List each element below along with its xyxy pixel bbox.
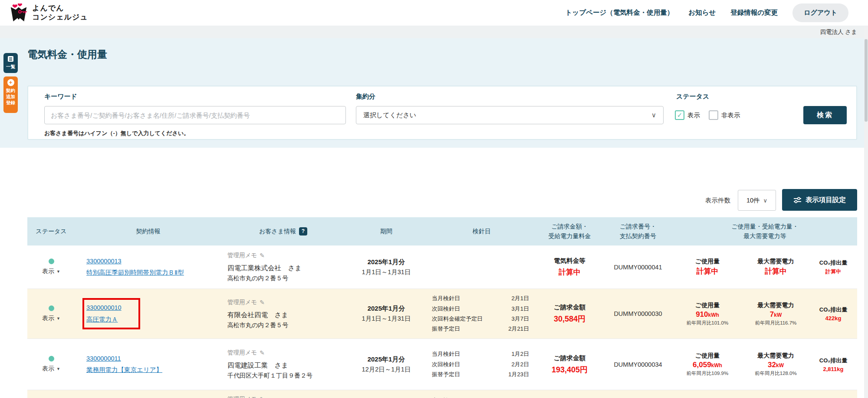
contract-plan-link[interactable]: 高圧電力Ａ	[86, 315, 118, 325]
keyword-input[interactable]	[44, 106, 346, 124]
status-toggle[interactable]: 表示 ▼	[42, 315, 60, 322]
contract-number-link[interactable]: 3300000011	[86, 354, 121, 364]
sidebar-add-contract-button[interactable]: + 契約 追加 登録	[3, 76, 18, 113]
usage-value: 910kWh	[696, 310, 719, 319]
co2-title: CO₂排出量	[819, 259, 847, 267]
contract-number-link[interactable]: 3300000013	[86, 256, 122, 266]
memo-row: 管理用メモ ✎	[227, 298, 265, 306]
edit-memo-icon[interactable]: ✎	[260, 349, 265, 356]
demand-value: 計算中	[765, 266, 787, 276]
period-range: 12月2日～1月1日	[362, 365, 411, 374]
amount-value: 193,405円	[552, 365, 588, 375]
status-toggle[interactable]: 表示 ▼	[42, 365, 60, 373]
caret-down-icon: ▼	[56, 316, 60, 321]
plus-icon: +	[7, 79, 14, 86]
checkbox-show[interactable]: ✓ 表示	[675, 110, 700, 120]
billing-table: ステータス 契約情報 お客さま情報 ? 期間 検針日 ご請求金額・受給電力量料金…	[27, 217, 857, 398]
demand-yoy: 前年同月比128.0%	[755, 370, 797, 377]
nav-notices[interactable]: お知らせ	[688, 8, 716, 17]
invoice-number: DUMMY0000030	[614, 310, 662, 317]
brand[interactable]: よんでん コンシェルジュ	[9, 3, 88, 23]
scrollbar-thumb[interactable]	[865, 39, 868, 122]
table-row: 表示 ▼ 3300000013 特別高圧季節別時間帯別電力ＢⅡ型 管理用メモ ✎…	[27, 245, 857, 289]
usage-title: ご使用量	[695, 258, 720, 265]
col-header-meter-date: 検針日	[427, 217, 536, 245]
contract-number-link[interactable]: 3300000010	[86, 303, 122, 313]
period-month: 2025年1月分	[368, 258, 405, 266]
contract-plan-link[interactable]: 業務用電力【東京エリア】	[86, 365, 162, 375]
usage-value: 6,059kWh	[693, 361, 722, 369]
usage-yoy: 前年同月比101.0%	[687, 320, 729, 326]
table-row: 管理用メモ ✎ 当月検針日1月2日	[27, 390, 857, 398]
customer-address: 千代田区大手町１丁目９番２号	[227, 372, 312, 380]
chevron-down-icon: ∨	[763, 197, 768, 204]
memo-row: 管理用メモ ✎	[227, 349, 265, 357]
amount-value: 計算中	[559, 267, 581, 277]
demand-title: 最大需要電力	[758, 352, 794, 360]
co2-title: CO₂排出量	[819, 306, 847, 314]
period-range: 1月1日～1月31日	[362, 268, 411, 276]
co2-value: 2,811kg	[823, 366, 844, 372]
group-select[interactable]: 選択してください ∨	[356, 106, 664, 124]
user-name: 四電法人 さま	[820, 28, 857, 36]
invoice-number: DUMMY0000034	[614, 361, 662, 368]
display-settings-button[interactable]: 表示項目設定	[782, 189, 857, 211]
sidebar-list-button[interactable]: 一覧	[3, 53, 18, 73]
customer-name: 有限会社四電 さま	[227, 311, 288, 320]
nav-top-page[interactable]: トップページ（電気料金・使用量）	[565, 8, 674, 17]
logout-button[interactable]: ログアウト	[792, 3, 848, 22]
usage-title: ご使用量	[695, 352, 720, 360]
brand-name: よんでん コンシェルジュ	[32, 4, 88, 22]
status-checkboxes: ✓ 表示 非表示	[675, 110, 740, 120]
col-header-status: ステータス	[27, 217, 75, 245]
demand-value: 7kW	[770, 310, 782, 319]
keyword-note: お客さま番号はハイフン（-）無しで入力してください。	[44, 129, 189, 137]
col-header-usage: ご使用量・受給電力量・最大需要電力等	[673, 217, 857, 245]
user-band: 四電法人 さま	[0, 26, 868, 38]
checkbox-checked-icon: ✓	[675, 110, 684, 120]
table-header-row: ステータス 契約情報 お客さま情報 ? 期間 検針日 ご請求金額・受給電力量料金…	[27, 217, 857, 245]
caret-down-icon: ▼	[56, 367, 60, 371]
page-title: 電気料金・使用量	[27, 48, 107, 61]
top-bar: よんでん コンシェルジュ トップページ（電気料金・使用量） お知らせ 登録情報の…	[0, 0, 868, 26]
amount-title: 電気料金等	[554, 257, 585, 265]
co2-value: 422kg	[825, 315, 842, 322]
meter-dates	[427, 245, 536, 289]
edit-memo-icon[interactable]: ✎	[260, 252, 265, 259]
customer-address: 高松市丸の内２番５号	[227, 275, 288, 282]
list-icon	[7, 56, 14, 62]
col-header-invoice: ご請求番号・支払契約番号	[603, 217, 673, 245]
co2-value: 計算中	[825, 268, 841, 275]
checkbox-unchecked-icon	[709, 110, 718, 120]
co2-title: CO₂排出量	[819, 357, 847, 365]
table-row: 表示 ▼ 3300000011 業務用電力【東京エリア】 管理用メモ ✎ 四電建…	[27, 339, 857, 390]
meter-dates: 当月検針日1月2日 次回検針日2月2日 振替予定日1月23日	[427, 339, 536, 390]
status-toggle[interactable]: 表示 ▼	[42, 268, 60, 275]
status-dot	[49, 356, 54, 362]
col-header-amount: ご請求金額・受給電力量料金	[536, 217, 603, 245]
nav-account-settings[interactable]: 登録情報の変更	[730, 8, 778, 17]
amount-title: ご請求金額	[554, 303, 585, 312]
edit-memo-icon[interactable]: ✎	[260, 396, 265, 398]
contract-plan-link[interactable]: 特別高圧季節別時間帯別電力ＢⅡ型	[86, 268, 184, 278]
period-month: 2025年1月分	[368, 305, 405, 313]
col-header-period: 期間	[345, 217, 427, 245]
demand-value: 32kW	[768, 361, 784, 369]
customer-name: 四電建設工業 さま	[227, 361, 288, 370]
edit-memo-icon[interactable]: ✎	[260, 299, 265, 306]
col-header-contract: 契約情報	[75, 217, 221, 245]
display-count-label: 表示件数	[705, 196, 730, 205]
display-count-select[interactable]: 10件 ∨	[738, 190, 776, 211]
customer-name: 四電工業株式会社 さま	[227, 264, 302, 273]
checkbox-hide[interactable]: 非表示	[709, 110, 740, 120]
usage-yoy: 前年同月比109.9%	[687, 370, 729, 377]
help-icon[interactable]: ?	[299, 227, 307, 235]
scrollbar-track	[864, 26, 868, 398]
period-range: 1月1日～1月31日	[362, 315, 411, 323]
app-root: よんでん コンシェルジュ トップページ（電気料金・使用量） お知らせ 登録情報の…	[0, 0, 868, 398]
status-label: ステータス	[676, 93, 709, 101]
meter-dates: 当月検針日1月2日	[427, 390, 536, 398]
search-button[interactable]: 検索	[803, 106, 847, 124]
demand-title: 最大需要電力	[758, 302, 794, 309]
amount-value: 30,584円	[554, 314, 585, 324]
